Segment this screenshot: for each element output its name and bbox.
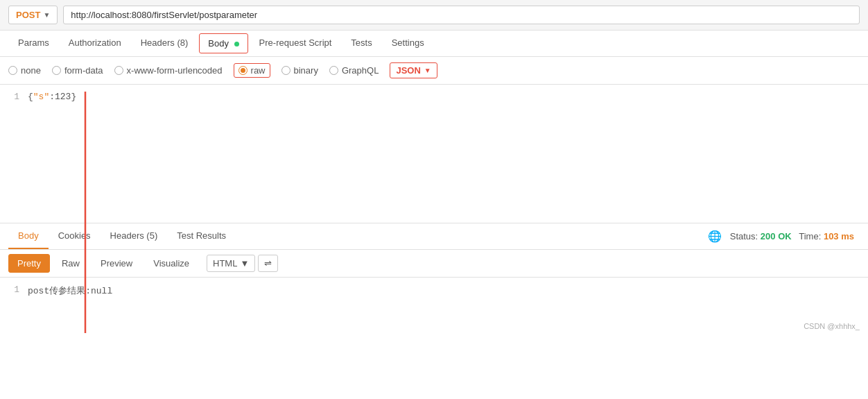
tab-settings[interactable]: Settings xyxy=(382,31,434,56)
request-tabs: Params Authorization Headers (8) Body Pr… xyxy=(0,31,868,57)
radio-urlencoded xyxy=(114,66,123,75)
bottom-panel: Body Cookies Headers (5) Test Results 🌐 … xyxy=(0,223,868,333)
tab-body[interactable]: Body xyxy=(199,33,248,53)
url-input[interactable] xyxy=(63,6,860,24)
method-label: POST xyxy=(16,10,40,20)
radio-none xyxy=(8,66,17,75)
code-line-1: 1 {"s":123} xyxy=(0,90,868,103)
bottom-tabs-left: Body Cookies Headers (5) Test Results xyxy=(8,223,236,249)
globe-icon: 🌐 xyxy=(708,230,722,243)
url-bar: POST ▼ xyxy=(0,0,868,31)
sub-tab-raw[interactable]: Raw xyxy=(53,254,89,273)
tab-headers[interactable]: Headers (8) xyxy=(131,31,198,56)
radio-binary xyxy=(281,66,290,75)
format-select-json[interactable]: JSON ▼ xyxy=(390,62,437,78)
format-select-arrow: ▼ xyxy=(240,258,249,269)
response-format-select[interactable]: HTML ▼ xyxy=(207,255,255,272)
line-content-1: {"s":123} xyxy=(28,92,76,102)
bottom-right-info: 🌐 Status: 200 OK Time: 103 ms xyxy=(708,230,860,243)
status-info: Status: 200 OK Time: 103 ms xyxy=(730,231,854,241)
body-active-dot xyxy=(234,42,239,46)
tab-authorization[interactable]: Authorization xyxy=(59,31,131,56)
body-type-row: none form-data x-www-form-urlencoded raw… xyxy=(0,57,868,85)
wrap-button[interactable]: ⇌ xyxy=(258,255,278,272)
bottom-tab-test-results[interactable]: Test Results xyxy=(167,223,236,249)
response-sub-tabs: Pretty Raw Preview Visualize HTML ▼ ⇌ xyxy=(0,250,868,278)
bottom-tab-body[interactable]: Body xyxy=(8,223,49,249)
body-type-raw[interactable]: raw xyxy=(238,65,266,76)
response-body: 1 post传参结果:null xyxy=(0,278,868,319)
tab-params[interactable]: Params xyxy=(8,31,59,56)
response-line-num-1: 1 xyxy=(0,285,28,295)
format-arrow: ▼ xyxy=(424,67,431,74)
bottom-tab-cookies[interactable]: Cookies xyxy=(49,223,101,249)
body-type-binary[interactable]: binary xyxy=(281,65,318,76)
body-type-form-data[interactable]: form-data xyxy=(52,65,103,76)
bottom-tabs-row: Body Cookies Headers (5) Test Results 🌐 … xyxy=(0,223,868,250)
bottom-tab-headers[interactable]: Headers (5) xyxy=(101,223,168,249)
method-select[interactable]: POST ▼ xyxy=(8,6,58,24)
radio-raw xyxy=(238,66,248,75)
tab-tests[interactable]: Tests xyxy=(341,31,381,56)
method-chevron: ▼ xyxy=(43,11,50,19)
radio-form-data xyxy=(52,66,61,75)
sub-tab-preview[interactable]: Preview xyxy=(92,254,141,273)
body-type-graphql[interactable]: GraphQL xyxy=(329,65,379,76)
tab-pre-request[interactable]: Pre-request Script xyxy=(250,31,342,56)
response-line-content-1: post传参结果:null xyxy=(28,285,112,297)
sub-tab-visualize[interactable]: Visualize xyxy=(144,254,198,273)
line-num-1: 1 xyxy=(0,92,28,102)
radio-graphql xyxy=(329,66,338,75)
response-line-1: 1 post传参结果:null xyxy=(0,283,868,298)
watermark: CSDN @xhhhx_ xyxy=(0,319,868,333)
sub-tab-pretty[interactable]: Pretty xyxy=(8,254,50,273)
body-type-raw-wrapper: raw xyxy=(234,63,270,78)
body-type-urlencoded[interactable]: x-www-form-urlencoded xyxy=(114,65,223,76)
body-type-none[interactable]: none xyxy=(8,65,41,76)
code-editor: 1 {"s":123} xyxy=(0,85,868,223)
